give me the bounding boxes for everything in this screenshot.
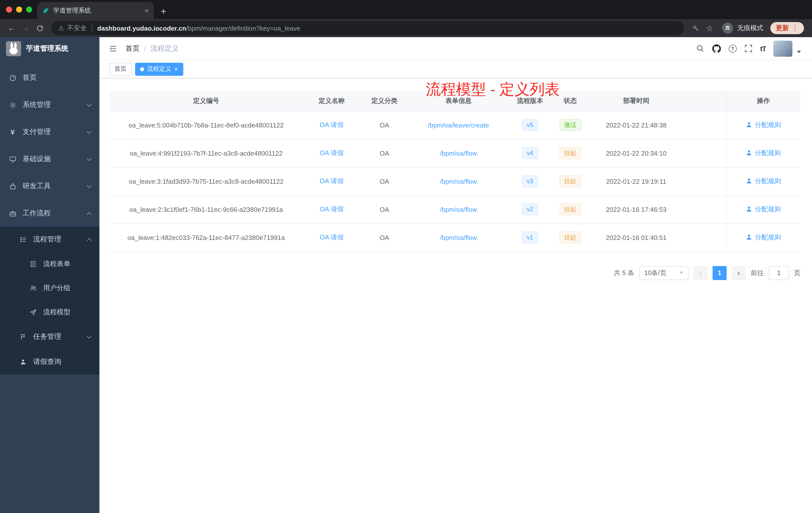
- page-1-button[interactable]: 1: [713, 266, 727, 280]
- assign-rule-button[interactable]: 分配规则: [746, 120, 781, 129]
- sidebar-item-infrastructure[interactable]: 基础设施: [0, 146, 99, 173]
- new-tab-button[interactable]: +: [161, 6, 166, 17]
- breadcrumb-home[interactable]: 首页: [125, 44, 140, 53]
- definition-name-link[interactable]: OA 请假: [320, 149, 344, 157]
- assign-rule-button[interactable]: 分配规则: [746, 233, 781, 242]
- assign-rule-button[interactable]: 分配规则: [746, 205, 781, 214]
- sidebar: 芋道管理系统 首页 系统管理 ¥ 支付管理: [0, 37, 99, 513]
- paper-plane-icon: [29, 309, 37, 316]
- page-goto-input[interactable]: [769, 266, 789, 280]
- definition-category: OA: [360, 195, 408, 223]
- user-avatar[interactable]: [773, 40, 792, 57]
- definition-name-link[interactable]: OA 请假: [320, 177, 344, 185]
- site-favicon-icon: [42, 7, 49, 14]
- sidebar-item-home[interactable]: 首页: [0, 64, 99, 91]
- page-size-select[interactable]: 10条/页: [639, 266, 689, 280]
- tag-home[interactable]: 首页: [110, 62, 132, 76]
- user-menu-caret-icon[interactable]: [797, 51, 801, 53]
- definition-id: oa_leave:5:004b710b-7b8a-11ec-8ef0-acde4…: [110, 111, 303, 139]
- definition-category: OA: [360, 139, 408, 167]
- menu-dots-icon: ⋮: [791, 24, 799, 32]
- browser-tab[interactable]: 芋道管理系统 ×: [37, 2, 154, 19]
- tab-close-icon[interactable]: ×: [145, 7, 149, 14]
- tab-title: 芋道管理系统: [53, 6, 141, 15]
- definition-name-link[interactable]: OA 请假: [320, 121, 344, 128]
- sidebar-item-label: 流程表单: [43, 260, 70, 269]
- deploy-time: 2022-01-22 20:34:10: [589, 139, 684, 167]
- sidebar-item-devtools[interactable]: 研发工具: [0, 173, 99, 200]
- briefcase-icon: [8, 210, 17, 217]
- definition-category: OA: [360, 223, 408, 251]
- assign-rule-button[interactable]: 分配规则: [746, 177, 781, 186]
- window-minimize-button[interactable]: [16, 6, 22, 12]
- column-header: 定义名称: [303, 91, 360, 111]
- form-link[interactable]: /bpm/oa/flow: [440, 177, 477, 185]
- help-icon[interactable]: ?: [729, 44, 737, 53]
- reload-button[interactable]: [33, 22, 46, 35]
- form-link[interactable]: /bpm/oa/flow: [440, 234, 477, 241]
- incognito-icon: [722, 23, 733, 34]
- assign-rule-button[interactable]: 分配规则: [746, 149, 781, 158]
- sidebar-item-label: 研发工具: [23, 182, 51, 191]
- update-button[interactable]: 更新 ⋮: [770, 22, 804, 34]
- sidebar-item-label: 首页: [23, 73, 37, 82]
- github-icon[interactable]: [712, 44, 721, 53]
- user-icon: [746, 122, 753, 128]
- sidebar-item-label: 工作流程: [23, 209, 51, 218]
- sidebar-item-process-management[interactable]: 流程管理: [0, 227, 99, 252]
- incognito-badge: 无痕模式: [722, 23, 763, 34]
- form-link[interactable]: /bpm/oa/flow: [440, 149, 477, 157]
- cell-spacer: [684, 223, 726, 251]
- tag-close-icon[interactable]: ×: [174, 66, 178, 72]
- sidebar-item-workflow[interactable]: 工作流程: [0, 200, 99, 227]
- annotation-overlay: 流程模型 - 定义列表: [426, 79, 560, 100]
- document-icon: [29, 261, 37, 268]
- sidebar-item-label: 请假查询: [33, 357, 61, 366]
- breadcrumb-current: 流程定义: [151, 44, 179, 53]
- tag-label: 流程定义: [147, 65, 171, 73]
- users-icon: [29, 284, 37, 292]
- fullscreen-icon[interactable]: [744, 44, 753, 53]
- security-label[interactable]: 不安全: [67, 24, 87, 33]
- sidebar-item-label: 基础设施: [23, 155, 51, 163]
- forward-button[interactable]: →: [19, 22, 32, 35]
- sidebar-toggle-button[interactable]: [109, 44, 117, 53]
- form-link[interactable]: /bpm/oa/flow: [440, 206, 477, 213]
- deploy-time: 2022-01-16 17:46:53: [589, 195, 684, 223]
- sidebar-item-leave-query[interactable]: 请假查询: [0, 350, 99, 374]
- password-key-icon[interactable]: [689, 22, 702, 35]
- sidebar-item-label: 系统管理: [23, 100, 51, 110]
- table-row: oa_leave:2:3c1f0ef1-76b1-11ec-9c66-a2380…: [110, 195, 801, 223]
- definition-name-link[interactable]: OA 请假: [320, 205, 344, 213]
- chevron-up-icon: [87, 212, 92, 217]
- sidebar-item-process-form[interactable]: 流程表单: [0, 252, 99, 276]
- sidebar-item-payment[interactable]: ¥ 支付管理: [0, 118, 99, 146]
- tag-process-definition[interactable]: 流程定义 ×: [135, 62, 183, 76]
- next-page-button[interactable]: ›: [732, 266, 746, 280]
- user-icon: [746, 206, 753, 213]
- sidebar-item-user-group[interactable]: 用户分组: [0, 276, 99, 300]
- font-size-icon[interactable]: tT: [760, 44, 766, 53]
- logo-avatar: [6, 41, 21, 56]
- gear-icon: [8, 101, 17, 109]
- sidebar-item-process-model[interactable]: 流程模型: [0, 300, 99, 324]
- window-zoom-button[interactable]: [26, 6, 32, 12]
- cell-spacer: [684, 111, 726, 139]
- address-bar[interactable]: ⚠ 不安全 dashboard.yudao.iocoder.cn/bpm/man…: [51, 21, 684, 35]
- search-icon[interactable]: [696, 44, 704, 53]
- goto-unit: 页: [794, 268, 801, 277]
- table-row: oa_leave:5:004b710b-7b8a-11ec-8ef0-acde4…: [110, 111, 801, 139]
- user-icon: [746, 234, 753, 241]
- prev-page-button[interactable]: ‹: [694, 266, 707, 280]
- sidebar-item-system[interactable]: 系统管理: [0, 91, 99, 118]
- form-link[interactable]: /bpm/oa/leave/create: [428, 121, 489, 129]
- goto-label: 前往: [751, 268, 764, 277]
- back-button[interactable]: ←: [5, 22, 18, 35]
- sidebar-logo[interactable]: 芋道管理系统: [0, 37, 99, 60]
- bookmark-star-icon[interactable]: ☆: [703, 22, 716, 35]
- flag-icon: [19, 333, 27, 340]
- definition-name-link[interactable]: OA 请假: [320, 233, 344, 241]
- update-label: 更新: [776, 24, 789, 33]
- window-close-button[interactable]: [6, 6, 12, 12]
- sidebar-item-task-management[interactable]: 任务管理: [0, 324, 99, 350]
